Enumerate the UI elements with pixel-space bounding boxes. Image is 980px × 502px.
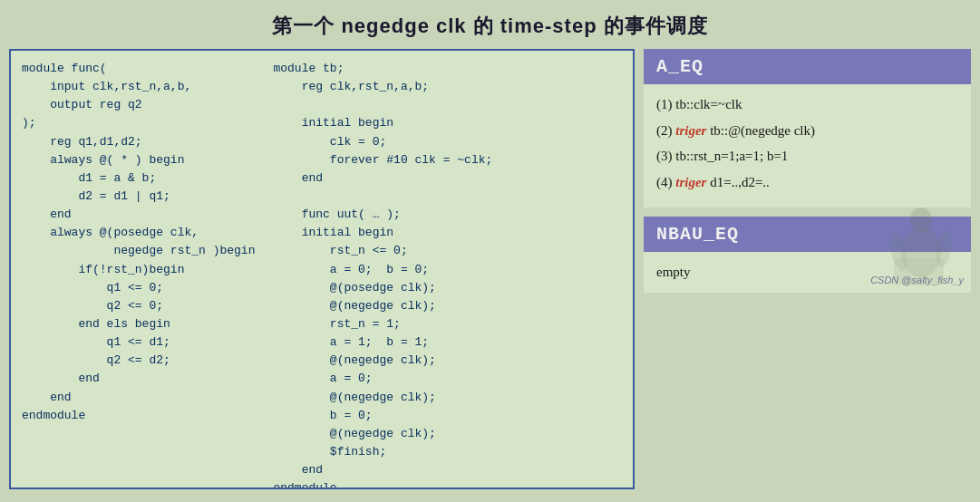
aeq-body: (1) tb::clk=~clk (2) triger tb::@(negedg… <box>644 84 971 208</box>
csdn-watermark: CSDN @salty_fish_y <box>870 275 964 285</box>
right-panel: A_EQ (1) tb::clk=~clk (2) triger tb::@(n… <box>644 49 971 489</box>
aeq-item-4-text: d1=..,d2=.. <box>710 175 770 189</box>
nbau-body: empty CSDN @salty_fish_y <box>644 252 971 293</box>
aeq-item-3-text: tb::rst_n=1;a=1; b=1 <box>675 149 788 163</box>
aeq-item-2-num: (2) <box>656 123 675 138</box>
nbau-section: NBAU_EQ empty CSDN @salty_fish_y <box>644 217 971 293</box>
aeq-item-4: (4) triger d1=..,d2=.. <box>656 169 958 196</box>
aeq-item-2-text: tb::@(negedge clk) <box>710 123 815 138</box>
aeq-item-4-num: (4) <box>656 175 675 189</box>
aeq-item-4-triger: triger <box>675 175 706 189</box>
aeq-item-2-triger: triger <box>675 123 706 138</box>
aeq-item-2: (2) triger tb::@(negedge clk) <box>656 118 958 144</box>
aeq-item-1-num: (1) <box>656 97 673 111</box>
nbau-empty-text: empty <box>656 265 691 279</box>
aeq-section: A_EQ (1) tb::clk=~clk (2) triger tb::@(n… <box>644 49 971 208</box>
aeq-item-1-text: tb::clk=~clk <box>675 97 742 111</box>
aeq-header: A_EQ <box>644 49 971 84</box>
aeq-item-1: (1) tb::clk=~clk <box>656 92 958 118</box>
aeq-item-3-num: (3) <box>656 149 673 163</box>
code-panel: module func( input clk,rst_n,a,b, output… <box>9 49 635 489</box>
page-title: 第一个 negedge clk 的 time-step 的事件调度 <box>0 0 980 49</box>
aeq-item-3: (3) tb::rst_n=1;a=1; b=1 <box>656 143 958 169</box>
code-left: module func( input clk,rst_n,a,b, output… <box>22 60 255 478</box>
code-right: module tb; reg clk,rst_n,a,b; initial be… <box>273 60 492 478</box>
main-layout: module func( input clk,rst_n,a,b, output… <box>0 49 980 498</box>
